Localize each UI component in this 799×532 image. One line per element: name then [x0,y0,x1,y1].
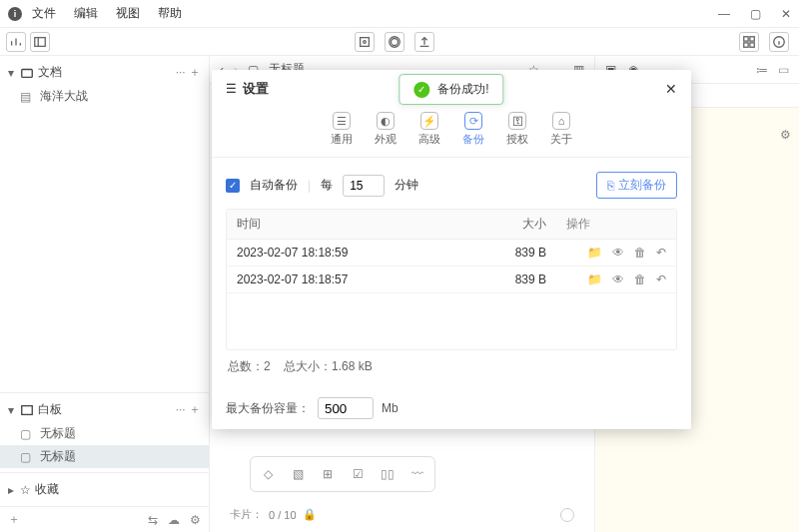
svg-rect-11 [22,405,33,414]
delete-icon[interactable]: 🗑 [634,272,646,286]
image-tool-icon[interactable]: ▧ [287,463,309,485]
add-icon[interactable]: ＋ [8,511,20,528]
board-icon [20,403,34,417]
backup-stats: 总数：2 总大小：1.68 kB [226,350,677,383]
save-icon: ⎘ [607,179,614,193]
backup-now-button[interactable]: ⎘ 立刻备份 [596,172,677,199]
sidebar-bottom-bar: ＋ ⇆ ☁ ⚙ [0,506,209,532]
status-right-icon[interactable] [560,508,574,522]
app-toolbar [0,28,799,56]
auto-backup-checkbox[interactable]: ✓ [226,179,240,193]
cards-label: 卡片： [230,507,263,522]
sidebar: ▾ 文档 ··· ＋ ▤ 海洋大战 ▾ 白板 ··· ＋ ▢ 无标题 [0,56,210,532]
menu-file[interactable]: 文件 [32,5,56,22]
open-folder-icon[interactable]: 📁 [587,272,602,286]
auto-backup-label: 自动备份 [250,177,298,194]
note-tool-icon[interactable]: ◇ [257,463,279,485]
editor-statusbar: 卡片： 0 / 10 🔒 [230,507,574,522]
cards-count: 0 / 10 [269,509,297,521]
tab-general[interactable]: ☰通用 [331,112,353,147]
column-tool-icon[interactable]: ▯▯ [377,463,399,485]
preview-icon[interactable] [385,32,404,52]
view-icon[interactable]: 👁 [612,272,624,286]
settings-icon[interactable]: ⚙ [190,513,201,527]
sidebar-toggle-icon[interactable] [30,32,50,52]
folder-icon [20,66,34,80]
tab-backup[interactable]: ⟳备份 [462,112,484,147]
view-icon[interactable]: 👁 [612,246,624,260]
menu-help[interactable]: 帮助 [158,5,182,22]
backup-size: 839 B [486,272,546,286]
chart-tool-icon[interactable]: 〰 [406,463,428,485]
svg-rect-7 [744,42,748,46]
tab-license[interactable]: ⚿授权 [506,112,528,147]
list-icon[interactable]: ≔ [756,63,768,77]
sidebar-section-boards[interactable]: ▾ 白板 ··· ＋ [0,397,209,422]
sidebar-doc-item[interactable]: ▤ 海洋大战 [0,85,209,108]
title-bar: i 文件 编辑 视图 帮助 — ▢ ✕ [0,0,799,28]
sidebar-docs-actions[interactable]: ··· ＋ [176,64,201,81]
gear-icon[interactable]: ⚙ [780,128,791,142]
settings-modal: ☰ 设置 ✕ ✓ 备份成功! ☰通用 ◐外观 ⚡高级 ⟳备份 ⚿授权 ⌂关于 ✓… [212,70,691,429]
sidebar-docs-label: 文档 [38,64,176,81]
app-icon: i [8,7,22,21]
interval-input[interactable] [343,175,385,197]
info-icon[interactable] [769,32,789,52]
book-icon[interactable]: ▭ [778,63,789,77]
tab-about[interactable]: ⌂关于 [550,112,572,147]
sidebar-section-docs[interactable]: ▾ 文档 ··· ＋ [0,60,209,85]
settings-menu-icon: ☰ [226,82,237,96]
window-maximize-icon[interactable]: ▢ [750,7,761,21]
max-capacity-label: 最大备份容量： [226,400,310,417]
svg-rect-5 [744,36,748,40]
col-size: 大小 [486,216,546,233]
sidebar-boards-actions[interactable]: ··· ＋ [176,401,201,418]
backup-time: 2023-02-07 18:18:57 [237,272,486,286]
chevron-right-icon: ▸ [8,483,18,497]
backup-success-toast: ✓ 备份成功! [399,74,503,105]
sync-icon[interactable]: ⇆ [148,513,158,527]
backup-size: 839 B [486,246,546,260]
table-row: 2023-02-07 18:18:59 839 B 📁 👁 🗑 ↶ [227,240,676,266]
svg-rect-1 [361,37,370,46]
grid-tool-icon[interactable]: ⊞ [317,463,339,485]
cloud-icon[interactable]: ☁ [168,513,180,527]
sidebar-section-favorites[interactable]: ▸ ☆ 收藏 [0,477,209,502]
svg-point-2 [364,40,367,43]
settings-title: 设置 [243,80,269,98]
focus-icon[interactable] [355,32,375,52]
restore-icon[interactable]: ↶ [656,272,666,286]
max-capacity-input[interactable] [318,397,374,419]
window-close-icon[interactable]: ✕ [781,7,791,21]
col-ops: 操作 [546,216,666,233]
max-capacity-unit: Mb [382,401,399,415]
check-circle-icon: ✓ [413,82,429,98]
sidebar-board-item[interactable]: ▢ 无标题 [0,445,209,468]
star-icon: ☆ [20,483,31,497]
menu-view[interactable]: 视图 [116,5,140,22]
export-icon[interactable] [414,32,434,52]
lock-icon: 🔒 [303,508,317,521]
sidebar-favorites-label: 收藏 [35,481,201,498]
every-label: 每 [321,177,333,194]
chevron-down-icon: ▾ [8,403,18,417]
board-item-icon: ▢ [20,427,36,441]
restore-icon[interactable]: ↶ [656,246,666,260]
minutes-label: 分钟 [395,177,418,194]
open-folder-icon[interactable]: 📁 [587,246,602,260]
sidebar-boards-label: 白板 [38,401,176,418]
stats-icon[interactable] [6,32,26,52]
settings-tabs: ☰通用 ◐外观 ⚡高级 ⟳备份 ⚿授权 ⌂关于 [212,108,691,158]
sidebar-board-item[interactable]: ▢ 无标题 [0,422,209,445]
tab-advanced[interactable]: ⚡高级 [418,112,440,147]
window-minimize-icon[interactable]: — [718,7,730,21]
grid-icon[interactable] [739,32,759,52]
svg-rect-8 [750,42,754,46]
sidebar-board-title: 无标题 [40,425,76,442]
tab-appearance[interactable]: ◐外观 [375,112,397,147]
menu-edit[interactable]: 编辑 [74,5,98,22]
close-icon[interactable]: ✕ [665,81,677,97]
delete-icon[interactable]: 🗑 [634,246,646,260]
check-tool-icon[interactable]: ☑ [347,463,369,485]
backup-time: 2023-02-07 18:18:59 [237,246,486,260]
